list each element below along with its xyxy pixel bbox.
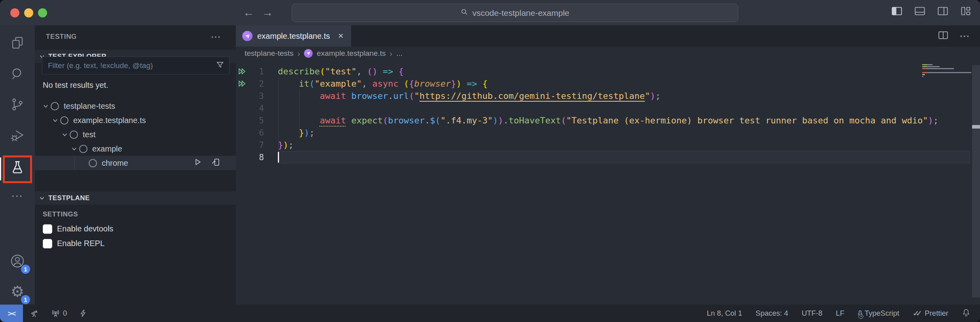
settings-gear-icon[interactable]: ⚙ 1 bbox=[6, 280, 28, 303]
testplane-section-header[interactable]: TESTPLANE bbox=[35, 191, 236, 205]
toggle-secondary-sidebar-icon[interactable] bbox=[937, 6, 948, 16]
tree-item-label: example.testplane.ts bbox=[73, 116, 146, 125]
testing-sidebar: TESTING ⋯ TEST EXPLORER No test results … bbox=[35, 25, 236, 305]
feedback-telescope-icon[interactable] bbox=[30, 309, 39, 318]
minimap[interactable] bbox=[922, 64, 971, 80]
chevron-down-icon[interactable] bbox=[69, 146, 79, 152]
filter-icon[interactable] bbox=[216, 61, 224, 71]
testplane-logo-icon bbox=[304, 49, 313, 58]
run-test-gutter-icon[interactable] bbox=[236, 67, 250, 76]
tree-item-label: test bbox=[83, 130, 95, 139]
test-filter-input[interactable] bbox=[42, 61, 216, 70]
editor-group: example.testplane.ts ✕ ⋯ testplane-tests… bbox=[236, 25, 980, 305]
maximize-window-button[interactable] bbox=[38, 8, 47, 17]
search-view-icon[interactable] bbox=[6, 63, 28, 85]
tree-item-chrome[interactable]: chrome bbox=[35, 156, 236, 170]
minimize-window-button[interactable] bbox=[24, 8, 33, 17]
tree-item-example[interactable]: example bbox=[35, 142, 236, 156]
source-control-icon[interactable] bbox=[6, 93, 28, 116]
code-line-2[interactable]: 2 it("example", async ({browser}) => { bbox=[236, 78, 980, 90]
customize-layout-icon[interactable] bbox=[960, 6, 971, 16]
breadcrumb-file[interactable]: example.testplane.ts bbox=[317, 49, 386, 58]
test-filter-box bbox=[42, 57, 230, 74]
code-line-6[interactable]: 6 }); bbox=[236, 127, 980, 139]
formatter-status[interactable]: ✓✓ Prettier bbox=[913, 309, 948, 318]
encoding-status[interactable]: UTF-8 bbox=[801, 309, 822, 318]
tab-close-icon[interactable]: ✕ bbox=[338, 32, 344, 40]
activity-bar: ⋯ 1 ⚙ 1 bbox=[0, 25, 35, 305]
chevron-down-icon[interactable] bbox=[40, 103, 51, 110]
status-bar: >< 0 Ln 8, Col 1 Spaces: 4 UTF-8 LF {}✕ … bbox=[0, 305, 980, 322]
tab-label: example.testplane.ts bbox=[257, 32, 330, 41]
line-number: 3 bbox=[250, 91, 264, 101]
ports-status[interactable]: 0 bbox=[51, 309, 67, 318]
command-center-search[interactable]: vscode-testplane-example bbox=[292, 4, 738, 22]
go-to-test-icon[interactable] bbox=[211, 158, 220, 169]
code-line-4[interactable]: 4 bbox=[236, 102, 980, 114]
run-test-gutter-icon[interactable] bbox=[236, 80, 250, 88]
testplane-logo-icon bbox=[242, 31, 253, 41]
tree-item-test[interactable]: test bbox=[35, 127, 236, 142]
code-editor[interactable]: 1describe("test", () => {2 it("example",… bbox=[236, 60, 980, 305]
no-results-message: No test results yet. bbox=[43, 81, 108, 90]
settings-badge: 1 bbox=[21, 295, 30, 304]
test-state-circle-icon bbox=[79, 145, 87, 153]
code-text: it("example", async ({browser}) => { bbox=[278, 78, 970, 90]
run-and-debug-icon[interactable] bbox=[6, 124, 28, 146]
toggle-primary-sidebar-icon[interactable] bbox=[891, 6, 902, 16]
forward-button[interactable]: → bbox=[262, 6, 273, 20]
code-line-1[interactable]: 1describe("test", () => { bbox=[236, 65, 980, 78]
cursor-position-status[interactable]: Ln 8, Col 1 bbox=[707, 309, 742, 318]
split-editor-icon[interactable] bbox=[938, 30, 948, 42]
chevron-down-icon[interactable] bbox=[50, 117, 60, 124]
notifications-bell-icon[interactable] bbox=[962, 308, 971, 319]
chevron-down-icon[interactable] bbox=[59, 131, 70, 138]
indentation-status[interactable]: Spaces: 4 bbox=[756, 309, 788, 318]
line-number: 6 bbox=[250, 128, 264, 138]
tree-item-example.testplane.ts[interactable]: example.testplane.ts bbox=[35, 113, 236, 127]
run-test-icon[interactable] bbox=[194, 158, 202, 168]
titlebar: ← → vscode-testplane-example bbox=[0, 0, 980, 25]
breadcrumb-symbol[interactable]: ... bbox=[396, 49, 403, 58]
line-number: 2 bbox=[250, 79, 264, 89]
tab-example-testplane-ts[interactable]: example.testplane.ts ✕ bbox=[236, 25, 351, 47]
editor-scrollbar[interactable] bbox=[972, 65, 980, 297]
line-number: 8 bbox=[250, 153, 264, 162]
tree-item-testplane-tests[interactable]: testplane-tests bbox=[35, 99, 236, 113]
additional-views-icon[interactable]: ⋯ bbox=[6, 184, 28, 206]
code-line-8[interactable]: 8 bbox=[236, 151, 980, 163]
editor-more-actions-icon[interactable]: ⋯ bbox=[959, 30, 971, 42]
close-window-button[interactable] bbox=[10, 8, 19, 17]
test-state-circle-icon bbox=[89, 159, 97, 167]
testing-icon[interactable] bbox=[6, 156, 28, 178]
test-state-circle-icon bbox=[70, 131, 78, 139]
enable-devtools-checkbox[interactable] bbox=[43, 224, 52, 234]
text-cursor bbox=[278, 152, 279, 163]
language-status[interactable]: {}✕ TypeScript bbox=[858, 309, 899, 318]
search-icon bbox=[460, 8, 468, 18]
radio-tower-icon bbox=[51, 309, 60, 318]
active-view-indicator bbox=[0, 157, 1, 180]
braces-icon: {}✕ bbox=[858, 309, 862, 318]
ports-count: 0 bbox=[63, 309, 67, 318]
eol-status[interactable]: LF bbox=[836, 309, 845, 318]
accounts-icon[interactable]: 1 bbox=[6, 250, 28, 272]
test-state-circle-icon bbox=[51, 102, 59, 110]
breadcrumb: testplane-tests › example.testplane.ts ›… bbox=[236, 47, 980, 60]
vscode-window: ← → vscode-testplane-example bbox=[0, 0, 980, 322]
back-button[interactable]: ← bbox=[243, 6, 254, 20]
breadcrumb-folder[interactable]: testplane-tests bbox=[245, 49, 294, 58]
enable-repl-checkbox[interactable] bbox=[43, 239, 52, 248]
sidebar-more-actions-icon[interactable]: ⋯ bbox=[211, 31, 222, 43]
settings-group-label: SETTINGS bbox=[43, 210, 113, 218]
code-line-7[interactable]: 7}); bbox=[236, 139, 980, 151]
power-status-icon[interactable] bbox=[79, 309, 87, 318]
tree-item-label: testplane-tests bbox=[64, 102, 115, 111]
line-number: 4 bbox=[250, 104, 264, 113]
tree-item-label: example bbox=[92, 144, 122, 153]
remote-indicator[interactable]: >< bbox=[0, 305, 23, 322]
toggle-panel-icon[interactable] bbox=[914, 6, 925, 16]
code-line-3[interactable]: 3 await browser.url("https://github.com/… bbox=[236, 90, 980, 102]
code-line-5[interactable]: 5 await expect(browser.$(".f4.my-3")).to… bbox=[236, 114, 980, 127]
explorer-icon[interactable] bbox=[6, 32, 28, 54]
